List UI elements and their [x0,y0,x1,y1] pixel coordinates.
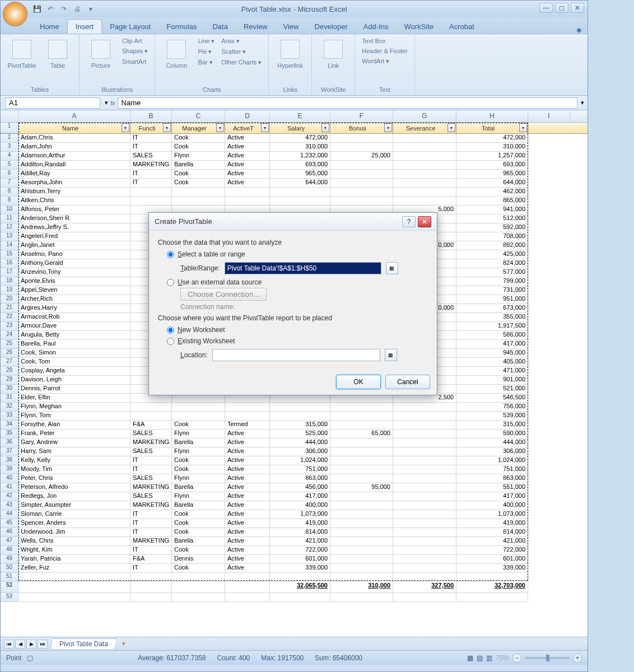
cell[interactable]: 941,000 [456,206,528,214]
cell[interactable]: 722,000 [270,546,330,555]
cell[interactable] [270,412,330,421]
cell[interactable] [330,528,393,537]
cell[interactable] [330,501,393,510]
cell[interactable] [130,412,172,421]
column-header[interactable]: C [172,110,225,122]
cell[interactable]: Active [225,483,270,492]
cell[interactable] [393,170,456,179]
cell[interactable]: Armacost,Rob [18,313,130,322]
cell[interactable]: Active [225,465,270,474]
cell[interactable]: Active [225,474,270,483]
tab-data[interactable]: Data [204,20,235,34]
cell[interactable]: IT [130,170,172,179]
filter-button[interactable]: ▾ [447,123,455,132]
cell[interactable]: F&A [130,421,172,430]
cell[interactable] [330,134,393,143]
cell[interactable]: 306,000 [270,447,330,456]
cell[interactable] [330,161,393,170]
cell[interactable]: 586,000 [456,331,528,340]
cell[interactable]: Barella, Paul [18,340,130,349]
cell[interactable]: 756,000 [456,403,528,412]
cell[interactable] [393,528,456,537]
tab-review[interactable]: Review [236,20,276,34]
cell[interactable]: 577,000 [456,268,528,277]
cell[interactable] [393,438,456,447]
cell[interactable] [225,197,270,206]
column-header[interactable]: H [456,110,528,122]
pivottable-button[interactable]: PivotTable [5,36,39,78]
total-cell[interactable]: 327,500 [393,582,456,593]
cell[interactable]: Aponte,Elvis [18,277,130,286]
cell[interactable]: 472,000 [456,134,528,143]
cell[interactable]: 419,000 [270,519,330,528]
cell[interactable]: Flynn [172,447,225,456]
wordart-button[interactable]: WordArt ▾ [360,57,409,66]
filter-button[interactable]: ▾ [163,123,171,132]
formula-input[interactable]: Name [118,97,577,109]
table-row[interactable]: 5Addilton,RandallMARKETINGBarellaActive6… [1,161,588,170]
cell[interactable]: 310,000 [270,143,330,152]
cell[interactable]: Adillet,Ray [18,170,130,179]
cell[interactable]: Wright, Kim [18,546,130,555]
cell[interactable] [393,152,456,161]
cell[interactable]: IT [130,143,172,152]
table-row[interactable]: 45Spencer, AndersITCookActive419,000419,… [1,519,588,528]
cell[interactable] [330,188,393,197]
cell[interactable] [393,483,456,492]
cell[interactable] [393,537,456,546]
cell[interactable]: Aesorpha,John [18,179,130,188]
cell[interactable]: Cook [172,564,225,573]
cell[interactable]: Kelly, Kelly [18,456,130,465]
cell[interactable]: Elder, Eflin [18,394,130,403]
new-sheet-icon[interactable]: ✦ [121,640,126,647]
cell[interactable]: SALES [130,474,172,483]
cell[interactable] [330,546,393,555]
cell[interactable]: Active [225,546,270,555]
cell[interactable]: 472,000 [270,134,330,143]
cell[interactable]: 1,917,500 [456,322,528,331]
cell[interactable]: Gary, Andrew [18,438,130,447]
cell[interactable]: Active [225,519,270,528]
external-source-radio[interactable]: Use an external data source [158,277,428,288]
cell[interactable]: Active [225,447,270,456]
cell[interactable]: 421,000 [270,537,330,546]
cell[interactable]: 315,000 [270,421,330,430]
cell[interactable] [270,197,330,206]
cell[interactable] [330,403,393,412]
smartart-button[interactable]: SmartArt [120,57,150,66]
cell[interactable]: Dennis, Parrot [18,385,130,394]
cell[interactable]: 601,000 [270,555,330,564]
cell[interactable]: 814,000 [270,528,330,537]
cell[interactable]: Active [225,510,270,519]
cell[interactable]: IT [130,528,172,537]
next-sheet-button[interactable]: ▶ [26,640,36,648]
filter-button[interactable]: ▾ [519,123,527,132]
cell[interactable]: Aitken,Chris [18,197,130,206]
cell[interactable] [225,403,270,412]
cell[interactable] [393,447,456,456]
cell[interactable]: Cook [172,465,225,474]
close-button[interactable]: ✕ [571,3,584,13]
filter-button[interactable]: ▾ [384,123,392,132]
cell[interactable]: Anselmo, Pano [18,250,130,259]
table-row[interactable]: 33Flynn, Tom539,000 [1,412,588,421]
cell[interactable]: 417,000 [270,492,330,501]
table-row[interactable]: 9Aitken,Chris865,000 [1,197,588,206]
cell[interactable]: 339,000 [270,564,330,573]
table-row[interactable]: 40Peter, ChrisSALESFlynnActive863,000863… [1,474,588,483]
table-row[interactable]: 43Simpter, AsumpterMARKETINGBarellaActiv… [1,501,588,510]
column-header[interactable]: F [330,110,393,122]
cell[interactable] [330,143,393,152]
cell[interactable]: 512,000 [456,214,528,223]
cell[interactable]: IT [130,546,172,555]
cell[interactable]: Arugula, Betty [18,331,130,340]
cell[interactable]: F&A [130,555,172,564]
cell[interactable]: 471,000 [456,367,528,376]
tab-view[interactable]: View [276,20,307,34]
cell[interactable]: Active [225,537,270,546]
cell[interactable]: 1,073,000 [270,510,330,519]
cell[interactable]: Andrews,Jeffry S. [18,223,130,232]
location-input[interactable] [212,349,380,361]
table-row[interactable]: 49Yarah, PatriciaF&ADennisActive601,0006… [1,555,588,564]
total-cell[interactable]: 310,000 [330,582,393,593]
